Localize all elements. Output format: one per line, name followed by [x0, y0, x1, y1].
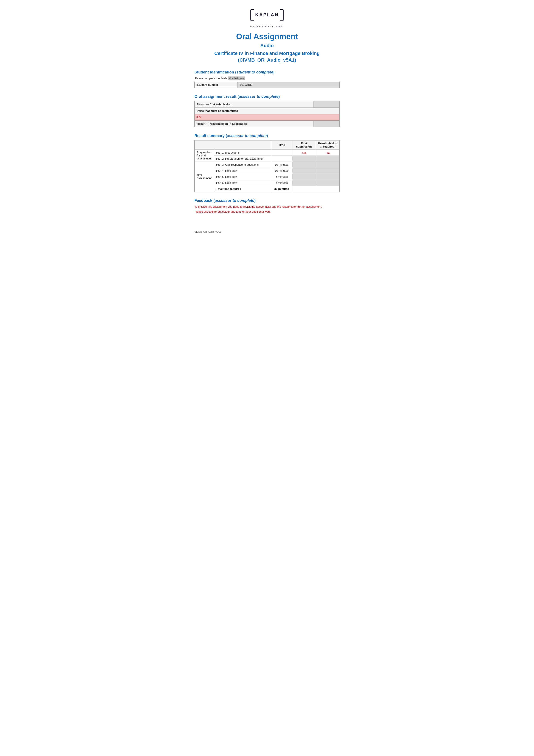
prep-part2-label: Part 2: Preparation for oral assignment: [214, 155, 271, 162]
summary-header-row: Time First submission Resubmission (if r…: [195, 140, 340, 149]
oral-part5-time: 5 minutes: [271, 174, 292, 180]
student-number-value[interactable]: 10703180: [238, 82, 340, 88]
result-first-input[interactable]: [314, 101, 340, 108]
oral-part6-resub[interactable]: [316, 180, 340, 186]
feedback-heading-prefix: Feedback (: [194, 199, 215, 203]
parts-highlight-value: 2.3: [195, 114, 340, 121]
feedback-section: Feedback (assessor to complete) To final…: [194, 199, 340, 213]
oral-part4-resub[interactable]: [316, 168, 340, 174]
oral-total-row: Total time required 30 minutes: [195, 186, 340, 192]
prep-part1-label: Part 1: Instructions: [214, 149, 271, 155]
oral-total-label: Total time required: [214, 186, 271, 192]
student-section-heading: Student identification (student to compl…: [194, 70, 340, 74]
oral-part4-label: Part 4: Role play: [214, 168, 271, 174]
result-first-submission-row: Result — first submission: [195, 101, 340, 108]
feedback-heading: Feedback (assessor to complete): [194, 199, 340, 203]
oral-part5-label: Part 5: Role play: [214, 174, 271, 180]
feedback-line1: To finalise this assignment you need to …: [194, 205, 340, 208]
oral-result-table: Result — first submission Parts that mus…: [194, 101, 340, 127]
result-summary-heading-suffix: ): [267, 134, 268, 138]
oral-result-heading-italic: assessor to complete: [239, 94, 278, 99]
feedback-heading-suffix: ): [254, 199, 256, 203]
oral-part3-row: Oralassessment Part 3: Oral response to …: [195, 162, 340, 168]
footer-text: CIVMB_OR_Audio_v5A1: [194, 230, 221, 233]
instruction-text-suffix: .: [244, 77, 245, 80]
feedback-line2: Please use a different colour and font f…: [194, 210, 340, 213]
oral-part6-first[interactable]: [292, 180, 316, 186]
oral-group-label: Oralassessment: [195, 162, 214, 192]
result-resubmission-input[interactable]: [314, 121, 340, 127]
student-number-label: Student number: [195, 82, 238, 88]
logo-professional-text: PROFESSIONAL: [250, 25, 284, 28]
kaplan-logo-svg: KAPLAN: [250, 9, 284, 21]
student-identification-section: Student identification (student to compl…: [194, 70, 340, 88]
prep-part2-first[interactable]: [292, 155, 316, 162]
oral-part4-first[interactable]: [292, 168, 316, 174]
instruction-highlight: shaded grey: [228, 76, 244, 80]
result-summary-table: Time First submission Resubmission (if r…: [194, 140, 340, 192]
summary-header-blank: [195, 140, 271, 149]
oral-part3-resub[interactable]: [316, 162, 340, 168]
oral-part3-first[interactable]: [292, 162, 316, 168]
prep-part1-resub: n/a: [316, 149, 340, 155]
oral-part3-time: 10 minutes: [271, 162, 292, 168]
result-first-label: Result — first submission: [195, 101, 314, 108]
oral-result-heading-prefix: Oral assignment result (: [194, 94, 239, 99]
oral-part5-row: Part 5: Role play 5 minutes: [195, 174, 340, 180]
page-header: KAPLAN PROFESSIONAL Oral Assignment Audi…: [194, 9, 340, 64]
result-summary-section: Result summary (assessor to complete) Ti…: [194, 134, 340, 192]
instruction-text-prefix: Please complete the fields: [194, 77, 228, 80]
oral-part4-row: Part 4: Role play 10 minutes: [195, 168, 340, 174]
summary-header-time: Time: [271, 140, 292, 149]
oral-part6-label: Part 6: Role play: [214, 180, 271, 186]
page-title-main: Oral Assignment: [194, 32, 340, 41]
oral-total-time: 30 minutes: [271, 186, 292, 192]
parts-resubmit-label: Parts that must be resubmitted: [195, 108, 340, 114]
prep-group-label: Preparationfor oralassessment: [195, 149, 214, 162]
oral-part6-row: Part 6: Role play 5 minutes: [195, 180, 340, 186]
oral-result-section: Oral assignment result (assessor to comp…: [194, 94, 340, 127]
oral-part6-time: 5 minutes: [271, 180, 292, 186]
page-title-audio: Audio: [194, 43, 340, 48]
oral-part5-resub[interactable]: [316, 174, 340, 180]
oral-total-blank: [292, 186, 340, 192]
student-number-row: Student number 10703180: [195, 82, 340, 88]
student-heading-prefix: Student identification (: [194, 70, 237, 74]
student-heading-suffix: ): [273, 70, 274, 74]
parts-resubmit-row: Parts that must be resubmitted: [195, 108, 340, 114]
student-instruction: Please complete the fields shaded grey.: [194, 77, 340, 80]
student-number-table: Student number 10703180: [194, 82, 340, 88]
prep-part2-row: Part 2: Preparation for oral assignment: [195, 155, 340, 162]
parts-highlight-row: 2.3: [195, 114, 340, 121]
result-resubmission-label: Result — resubmission (if applicable): [195, 121, 314, 127]
logo-container: KAPLAN PROFESSIONAL: [194, 9, 340, 28]
page-title-cert: Certificate IV in Finance and Mortgage B…: [194, 50, 340, 64]
prep-part1-time: [271, 149, 292, 155]
oral-result-heading-suffix: ): [278, 94, 280, 99]
svg-text:KAPLAN: KAPLAN: [255, 12, 279, 17]
oral-result-heading: Oral assignment result (assessor to comp…: [194, 94, 340, 99]
oral-part3-label: Part 3: Oral response to questions: [214, 162, 271, 168]
student-heading-italic: student to complete: [237, 70, 273, 74]
oral-part4-time: 10 minutes: [271, 168, 292, 174]
cert-line2: (CIVMB_OR_Audio_v5A1): [238, 57, 296, 63]
prep-part2-resub[interactable]: [316, 155, 340, 162]
summary-header-resubmission: Resubmission (if required): [316, 140, 340, 149]
prep-part1-row: Preparationfor oralassessment Part 1: In…: [195, 149, 340, 155]
feedback-heading-italic: assessor to complete: [215, 199, 254, 203]
cert-line1: Certificate IV in Finance and Mortgage B…: [215, 51, 320, 56]
prep-part2-time: [271, 155, 292, 162]
result-summary-heading: Result summary (assessor to complete): [194, 134, 340, 138]
result-resubmission-row: Result — resubmission (if applicable): [195, 121, 340, 127]
page-footer: CIVMB_OR_Audio_v5A1: [194, 230, 340, 233]
result-summary-heading-prefix: Result summary (: [194, 134, 227, 138]
prep-part1-first: n/a: [292, 149, 316, 155]
oral-part5-first[interactable]: [292, 174, 316, 180]
summary-header-first: First submission: [292, 140, 316, 149]
result-summary-heading-italic: assessor to complete: [227, 134, 267, 138]
